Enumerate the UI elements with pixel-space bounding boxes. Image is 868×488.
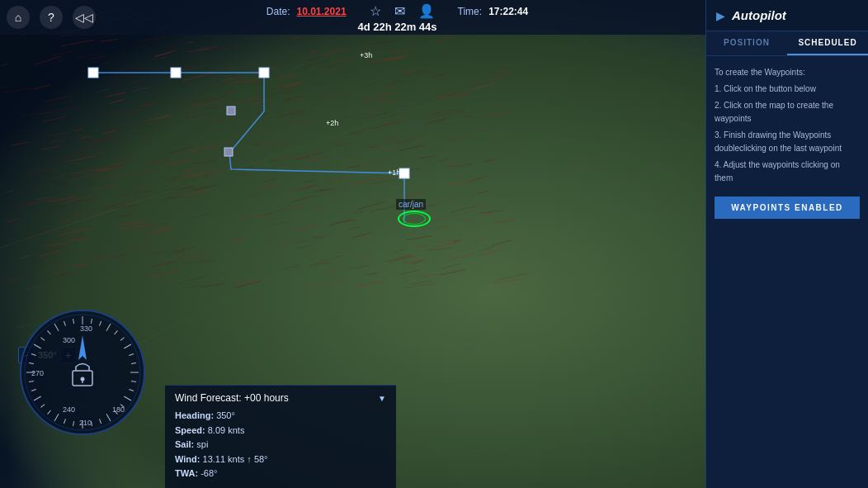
- toolbar-left: ⌂ ? ◁◁: [7, 6, 96, 29]
- wind-forecast-title: Wind Forecast: +00 hours: [175, 392, 289, 404]
- time-label: Time:: [458, 6, 483, 17]
- instructions-title: To create the Waypoints:: [715, 66, 860, 79]
- time-value: 17:22:44: [488, 6, 528, 17]
- svg-text:180: 180: [112, 405, 125, 414]
- boat-circle-outer: [398, 211, 431, 227]
- instructions-text: To create the Waypoints: 1. Click on the…: [715, 66, 860, 185]
- svg-text:+1h: +1h: [388, 168, 400, 177]
- home-button[interactable]: ⌂: [7, 6, 30, 29]
- date-value: 10.01.2021: [297, 6, 347, 17]
- svg-text:210: 210: [79, 419, 92, 427]
- step4: 4. Adjust the waypoints clicking on them: [715, 159, 860, 185]
- sidebar-content: To create the Waypoints: 1. Click on the…: [706, 56, 868, 488]
- toolbar-center: Date: 10.01.2021 ☆ ✉ 👤 Time: 17:22:44 4d…: [96, 2, 699, 33]
- boat-marker: car/jan: [404, 211, 437, 227]
- star-button[interactable]: ☆: [366, 2, 384, 21]
- help-button[interactable]: ?: [40, 6, 63, 29]
- date-label: Date:: [267, 6, 290, 17]
- sound-icon: ◁◁: [75, 11, 93, 24]
- svg-text:300: 300: [63, 336, 75, 344]
- step2: 2. Click on the map to create the waypoi…: [715, 99, 860, 126]
- wind-forecast-header: Wind Forecast: +00 hours ▼: [175, 392, 386, 404]
- boat-label: car/jan: [396, 199, 426, 210]
- sail-row: Sail: spi: [175, 439, 208, 449]
- sidebar-collapse-icon[interactable]: ▶: [716, 9, 725, 22]
- user-button[interactable]: 👤: [415, 2, 438, 21]
- wind-dropdown-arrow[interactable]: ▼: [378, 394, 386, 403]
- heading-label: Heading: 350°: [175, 410, 235, 420]
- boat-circle-inner: [403, 213, 426, 225]
- waypoints-enabled-button[interactable]: WAYPOINTS ENABLED: [715, 197, 860, 219]
- wind-data-rows: Heading: 350° Speed: 8.09 knts Sail: spi…: [175, 409, 386, 481]
- svg-rect-2: [259, 68, 269, 78]
- date-time-group: Date: 10.01.2021 ☆ ✉ 👤 Time: 17:22:44: [267, 2, 528, 21]
- home-icon: ⌂: [15, 11, 21, 24]
- svg-rect-0: [88, 68, 98, 78]
- step3: 3. Finish drawing the Waypoints doublecl…: [715, 129, 860, 155]
- toolbar: ⌂ ? ◁◁ Date: 10.01.2021 ☆ ✉ 👤 Time: 17:2…: [0, 0, 705, 35]
- sidebar: ▶ Autopilot POSITION SCHEDULED To create…: [705, 0, 868, 488]
- wind-panel: Wind Forecast: +00 hours ▼ Heading: 350°…: [165, 385, 396, 488]
- svg-text:270: 270: [31, 369, 44, 377]
- svg-rect-3: [227, 107, 235, 115]
- map-area[interactable]: +3h +2h +1h car/jan ⌂ ? ◁◁ Date: 10.01.2…: [0, 0, 705, 488]
- twa-row: TWA: -68°: [175, 468, 217, 478]
- svg-line-7: [83, 124, 578, 372]
- compass: 330 300 270 240 210 180: [17, 306, 149, 438]
- step1: 1. Click on the button below: [715, 83, 860, 96]
- sidebar-title: Autopilot: [732, 8, 786, 22]
- sound-button[interactable]: ◁◁: [73, 6, 96, 29]
- toolbar-icons-center: ☆ ✉ 👤: [366, 2, 438, 21]
- sidebar-header: ▶ Autopilot: [706, 0, 868, 31]
- wind-row: Wind: 13.11 knts ↑ 58°: [175, 454, 268, 464]
- chat-button[interactable]: ✉: [391, 2, 408, 21]
- svg-rect-5: [399, 168, 409, 178]
- svg-text:240: 240: [63, 405, 75, 414]
- tab-scheduled[interactable]: SCHEDULED: [787, 31, 868, 55]
- tab-position[interactable]: POSITION: [706, 31, 787, 55]
- svg-rect-1: [171, 68, 181, 78]
- countdown-display: 4d 22h 22m 44s: [357, 21, 436, 33]
- svg-rect-4: [224, 148, 233, 156]
- svg-text:330: 330: [80, 325, 92, 333]
- svg-text:+2h: +2h: [326, 119, 338, 127]
- svg-text:+3h: +3h: [360, 51, 372, 59]
- help-icon: ?: [48, 11, 54, 24]
- svg-point-59: [81, 377, 85, 381]
- speed-row: Speed: 8.09 knts: [175, 425, 244, 435]
- sidebar-tabs: POSITION SCHEDULED: [706, 31, 868, 56]
